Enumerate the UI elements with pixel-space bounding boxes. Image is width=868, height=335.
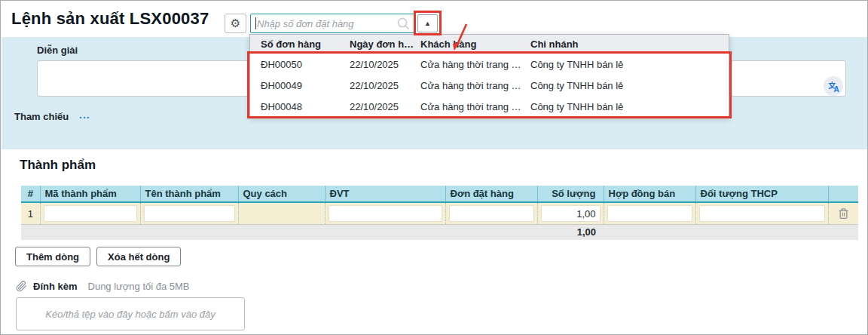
description-label: Diễn giải: [37, 45, 78, 56]
dropdown-header-row: Số đơn hàng Ngày đơn hàng Khách hàng Chi…: [250, 35, 729, 54]
customer: Cửa hàng thời trang Hải Min...: [420, 80, 530, 91]
col-spec: Quy cách: [238, 186, 325, 202]
unit-input[interactable]: [329, 205, 442, 222]
dropdown-row[interactable]: ĐH00050 22/10/2025 Cửa hàng thời trang H…: [250, 54, 729, 75]
row-index: 1: [21, 202, 40, 225]
col-actions: [828, 186, 858, 202]
delete-row-button[interactable]: [832, 207, 856, 220]
col-quantity: Số lượng: [537, 186, 604, 202]
branch: Công ty TNHH bán lẻ: [530, 101, 718, 112]
col-product-code: Mã thành phẩm: [40, 186, 140, 202]
add-row-button[interactable]: Thêm dòng: [15, 247, 90, 266]
production-order-window: Lệnh sản xuất LSX00037 ⚙ ▲ Diễn giải A T…: [0, 0, 868, 335]
customer: Cửa hàng thời trang Hải Min...: [420, 59, 530, 70]
col-index: #: [21, 186, 40, 202]
product-code-input[interactable]: [44, 205, 137, 222]
sales-contract-input[interactable]: [607, 205, 692, 222]
clear-rows-button[interactable]: Xóa hết dòng: [96, 247, 181, 266]
settings-button[interactable]: ⚙: [225, 14, 246, 33]
branch: Công ty TNHH bán lẻ: [530, 59, 718, 70]
col-product-name: Tên thành phẩm: [140, 186, 238, 202]
order-date: 22/10/2025: [350, 59, 420, 70]
dropdown-col-customer: Khách hàng: [420, 38, 530, 50]
spec-cell: [238, 202, 325, 225]
dropdown-col-order-date: Ngày đơn hàng: [350, 38, 420, 50]
attachment-label: Đính kèm: [33, 281, 78, 292]
file-dropzone[interactable]: Kéo/thả tệp vào đây hoặc bấm vào đây: [16, 297, 245, 330]
col-unit: ĐVT: [325, 186, 445, 202]
paperclip-icon: [16, 281, 27, 292]
col-sales-order: Đơn đặt hàng: [445, 186, 537, 202]
trash-icon: [838, 207, 849, 220]
dropdown-toggle-button[interactable]: ▲: [417, 14, 438, 32]
translate-icon: A: [827, 80, 840, 93]
col-sales-contract: Hợp đồng bán: [604, 186, 695, 202]
translate-button[interactable]: A: [824, 76, 843, 96]
order-date: 22/10/2025: [350, 80, 420, 91]
order-dropdown-panel: Số đơn hàng Ngày đơn hàng Khách hàng Chi…: [249, 34, 729, 118]
product-name-input[interactable]: [144, 205, 235, 222]
table-actions: Thêm dòng Xóa hết dòng: [15, 247, 181, 266]
attachment-header: Đính kèm Dung lượng tối đa 5MB: [16, 281, 190, 292]
order-no: ĐH00050: [261, 59, 350, 70]
col-cost-object: Đối tượng THCP: [695, 186, 828, 202]
svg-text:A: A: [833, 85, 839, 92]
attachment-hint: Dung lượng tối đa 5MB: [88, 281, 190, 292]
order-no: ĐH00048: [261, 101, 350, 112]
order-no: ĐH00049: [261, 80, 350, 91]
order-date: 22/10/2025: [350, 101, 420, 112]
totals-row: 1,00: [21, 225, 858, 240]
chevron-up-icon: ▲: [424, 20, 431, 27]
branch: Công ty TNHH bán lẻ: [530, 80, 718, 91]
products-table: # Mã thành phẩm Tên thành phẩm Quy cách …: [21, 186, 858, 240]
gear-icon: ⚙: [231, 17, 240, 30]
products-header-row: # Mã thành phẩm Tên thành phẩm Quy cách …: [21, 186, 858, 202]
quantity-input[interactable]: [541, 205, 601, 222]
dropdown-col-branch: Chi nhánh: [530, 38, 718, 50]
reference-more-link[interactable]: ...: [79, 109, 90, 121]
order-search-field: [250, 14, 415, 33]
dropzone-text: Kéo/thả tệp vào đây hoặc bấm vào đây: [45, 309, 215, 320]
dropdown-col-order-no: Số đơn hàng: [261, 38, 350, 50]
reference-label: Tham chiếu: [14, 111, 69, 122]
customer: Cửa hàng thời trang Hải Min...: [420, 101, 530, 112]
dropdown-row[interactable]: ĐH00048 22/10/2025 Cửa hàng thời trang H…: [250, 96, 729, 117]
products-section-title: Thành phẩm: [20, 158, 96, 173]
total-quantity: 1,00: [537, 225, 604, 240]
search-icon: [396, 17, 411, 31]
order-search-input[interactable]: [251, 14, 414, 32]
cost-object-input[interactable]: [699, 205, 825, 222]
product-row: 1: [21, 202, 858, 225]
page-title: Lệnh sản xuất LSX00037: [11, 9, 209, 29]
sales-order-input[interactable]: [449, 205, 534, 222]
dropdown-row[interactable]: ĐH00049 22/10/2025 Cửa hàng thời trang H…: [250, 75, 729, 96]
text-caret: [255, 17, 256, 29]
